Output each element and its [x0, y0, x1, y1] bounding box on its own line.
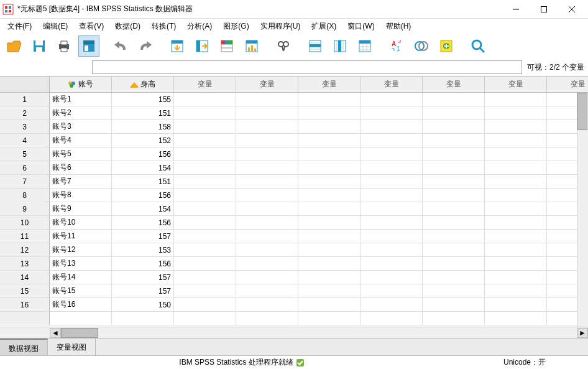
- cell-empty[interactable]: [485, 284, 547, 298]
- row-header[interactable]: 11: [0, 230, 50, 243]
- cell-empty[interactable]: [174, 175, 236, 189]
- menu-help[interactable]: 帮助(H): [381, 19, 416, 34]
- row-header[interactable]: 5: [0, 147, 50, 161]
- menu-extensions[interactable]: 扩展(X): [306, 19, 341, 34]
- cell-empty[interactable]: [174, 134, 236, 147]
- cell-empty[interactable]: [298, 161, 361, 175]
- cell-empty[interactable]: [236, 298, 298, 312]
- row-header[interactable]: 16: [0, 298, 50, 312]
- horizontal-scroll-thumb[interactable]: [61, 328, 98, 338]
- close-button[interactable]: [558, 1, 586, 18]
- cell-empty[interactable]: [236, 202, 298, 216]
- cell-empty[interactable]: [236, 189, 298, 202]
- menu-edit[interactable]: 编辑(E): [38, 19, 73, 34]
- cell-empty[interactable]: [361, 175, 423, 189]
- cell-height[interactable]: 156: [112, 257, 174, 271]
- cell-account[interactable]: 账号13: [50, 257, 112, 271]
- cell-empty[interactable]: [361, 202, 423, 216]
- cell-empty[interactable]: [423, 271, 485, 284]
- horizontal-scroll-track[interactable]: [61, 328, 577, 338]
- cell-height[interactable]: 157: [112, 284, 174, 298]
- row-header[interactable]: 15: [0, 284, 50, 298]
- cell-empty[interactable]: [298, 202, 361, 216]
- row-header[interactable]: 12: [0, 243, 50, 257]
- cell-empty[interactable]: [236, 284, 298, 298]
- cell-empty[interactable]: [174, 216, 236, 230]
- cell-empty[interactable]: [174, 312, 236, 325]
- tab-variable-view[interactable]: 变量视图: [48, 339, 96, 355]
- cell-empty[interactable]: [361, 312, 423, 325]
- cell-account[interactable]: 账号1: [50, 93, 112, 106]
- vertical-scroll-thumb[interactable]: [577, 93, 587, 130]
- cell-height[interactable]: 156: [112, 147, 174, 161]
- cell-empty[interactable]: [174, 93, 236, 106]
- cell-empty[interactable]: [174, 284, 236, 298]
- cell-empty[interactable]: [361, 216, 423, 230]
- cell-empty[interactable]: [485, 271, 547, 284]
- cell-empty[interactable]: [485, 298, 547, 312]
- cell-empty[interactable]: [361, 230, 423, 243]
- cell-empty[interactable]: [361, 161, 423, 175]
- undo-button[interactable]: [110, 35, 131, 57]
- cell-empty[interactable]: [298, 257, 361, 271]
- cell-empty[interactable]: [174, 106, 236, 120]
- cell-empty[interactable]: [174, 298, 236, 312]
- cell-empty[interactable]: [361, 106, 423, 120]
- row-header[interactable]: 4: [0, 134, 50, 147]
- cell-empty[interactable]: [236, 161, 298, 175]
- cell-empty[interactable]: [485, 257, 547, 271]
- column-header-height[interactable]: 身高: [112, 77, 174, 93]
- cell-empty[interactable]: [112, 312, 174, 325]
- cell-empty[interactable]: [236, 230, 298, 243]
- cell-empty[interactable]: [423, 134, 485, 147]
- cell-empty[interactable]: [298, 147, 361, 161]
- cell-empty[interactable]: [298, 189, 361, 202]
- cell-empty[interactable]: [423, 120, 485, 134]
- cell-empty[interactable]: [485, 134, 547, 147]
- cell-height[interactable]: 152: [112, 134, 174, 147]
- cell-empty[interactable]: [361, 271, 423, 284]
- cell-empty[interactable]: [423, 243, 485, 257]
- menu-file[interactable]: 文件(F): [2, 19, 37, 34]
- cell-height[interactable]: 155: [112, 93, 174, 106]
- column-header-empty[interactable]: 变量: [174, 77, 236, 93]
- cell-empty[interactable]: [485, 230, 547, 243]
- cell-account[interactable]: 账号9: [50, 202, 112, 216]
- scroll-right-button[interactable]: ►: [577, 328, 588, 338]
- cell-empty[interactable]: [485, 93, 547, 106]
- cell-empty[interactable]: [298, 93, 361, 106]
- cell-height[interactable]: 157: [112, 230, 174, 243]
- cell-empty[interactable]: [298, 284, 361, 298]
- row-header[interactable]: 10: [0, 216, 50, 230]
- use-sets-button[interactable]: [411, 35, 432, 57]
- cell-empty[interactable]: [423, 284, 485, 298]
- cell-empty[interactable]: [298, 271, 361, 284]
- cell-account[interactable]: 账号7: [50, 175, 112, 189]
- cell-account[interactable]: 账号11: [50, 230, 112, 243]
- redo-button[interactable]: [135, 35, 156, 57]
- cell-height[interactable]: 153: [112, 243, 174, 257]
- cell-empty[interactable]: [485, 202, 547, 216]
- show-all-variables-button[interactable]: [436, 35, 457, 57]
- cell-empty[interactable]: [174, 257, 236, 271]
- insert-variable-button[interactable]: [329, 35, 351, 57]
- cell-empty[interactable]: [423, 106, 485, 120]
- cell-account[interactable]: 账号3: [50, 120, 112, 134]
- cell-empty[interactable]: [298, 312, 361, 325]
- cell-height[interactable]: 157: [112, 271, 174, 284]
- row-header[interactable]: 9: [0, 202, 50, 216]
- column-header-empty[interactable]: 变量: [485, 77, 547, 93]
- cell-empty[interactable]: [298, 106, 361, 120]
- menu-transform[interactable]: 转换(T): [147, 19, 181, 34]
- row-header[interactable]: 14: [0, 271, 50, 284]
- column-header-empty[interactable]: 变量: [361, 77, 423, 93]
- cell-empty[interactable]: [298, 175, 361, 189]
- cell-account[interactable]: 账号12: [50, 243, 112, 257]
- cell-empty[interactable]: [361, 120, 423, 134]
- minimize-button[interactable]: [502, 1, 530, 18]
- cell-empty[interactable]: [423, 216, 485, 230]
- cell-empty[interactable]: [236, 271, 298, 284]
- row-header[interactable]: 2: [0, 106, 50, 120]
- cell-empty[interactable]: [174, 230, 236, 243]
- row-header[interactable]: 7: [0, 175, 50, 189]
